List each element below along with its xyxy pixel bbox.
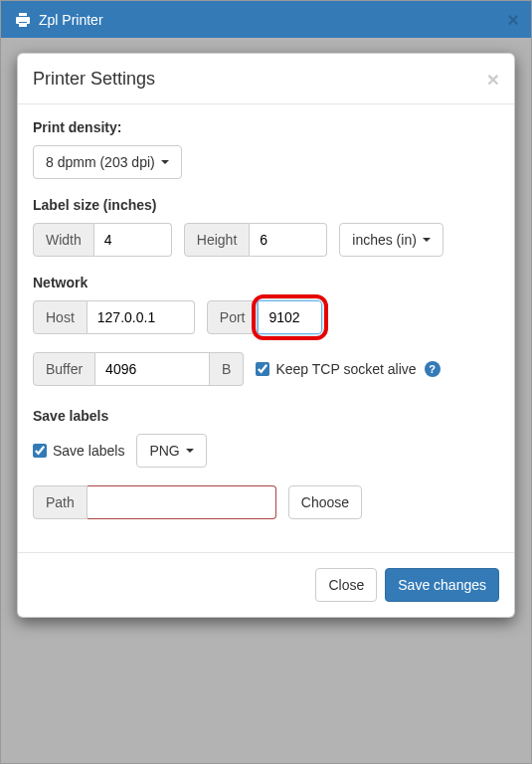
density-selected: 8 dpmm (203 dpi) [46,154,155,170]
workspace-backdrop: Printer Settings × Print density: 8 dpmm… [1,38,531,763]
app-title: Zpl Printer [39,12,103,28]
host-addon: Host [33,300,88,334]
window-close-icon[interactable]: × [507,9,519,32]
close-button[interactable]: Close [315,568,377,602]
host-group: Host [33,300,195,334]
save-labels-cblabel: Save labels [53,443,124,459]
density-label: Print density: [33,119,499,135]
modal-title: Printer Settings [33,69,155,90]
path-group: Path [33,485,276,519]
path-addon: Path [33,485,88,519]
port-addon: Port [207,300,259,334]
host-input[interactable] [88,300,195,334]
keep-alive-checkbox[interactable]: Keep TCP socket alive ? [256,361,440,377]
caret-down-icon [423,238,431,242]
modal-footer: Close Save changes [18,552,514,617]
caret-down-icon [186,449,194,453]
save-labels-checkbox[interactable]: Save labels [33,443,124,459]
path-input[interactable] [88,485,276,519]
save-changes-button[interactable]: Save changes [385,568,499,602]
label-size-label: Label size (inches) [33,197,499,213]
width-addon: Width [33,223,94,257]
width-input[interactable] [94,223,172,257]
network-label: Network [33,275,499,290]
buffer-group: Buffer B [33,352,244,386]
buffer-addon: Buffer [33,352,95,386]
port-group: Port [207,300,323,334]
modal-header: Printer Settings × [18,54,514,104]
port-input[interactable] [258,300,322,334]
caret-down-icon [161,160,169,164]
buffer-unit: B [210,352,244,386]
modal-body: Print density: 8 dpmm (203 dpi) Label si… [18,104,514,552]
choose-button[interactable]: Choose [288,485,362,519]
printer-icon [15,12,31,28]
unit-dropdown[interactable]: inches (in) [339,223,443,257]
settings-modal: Printer Settings × Print density: 8 dpmm… [17,53,515,618]
keep-alive-input[interactable] [256,362,269,376]
buffer-input[interactable] [95,352,210,386]
titlebar: Zpl Printer × [1,1,531,39]
format-dropdown[interactable]: PNG [136,434,206,468]
height-addon: Height [184,223,250,257]
save-labels-label: Save labels [33,408,499,424]
format-selected: PNG [149,443,179,459]
save-labels-input[interactable] [33,444,47,458]
keep-alive-label: Keep TCP socket alive [275,361,416,377]
width-group: Width [33,223,172,257]
density-dropdown[interactable]: 8 dpmm (203 dpi) [33,145,182,179]
unit-selected: inches (in) [352,232,417,248]
help-icon[interactable]: ? [425,361,441,377]
modal-close-button[interactable]: × [487,69,499,90]
height-group: Height [184,223,327,257]
height-input[interactable] [250,223,327,257]
